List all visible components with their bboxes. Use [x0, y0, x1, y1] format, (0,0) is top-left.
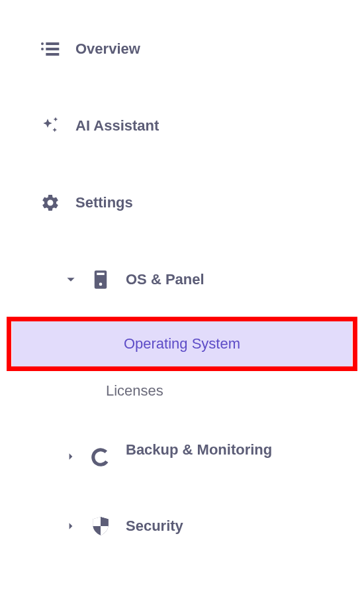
nav-label-operating-system: Operating System: [124, 335, 240, 353]
nav-label-overview: Overview: [75, 40, 140, 58]
chevron-right-icon: [66, 452, 75, 461]
svg-point-1: [41, 48, 44, 50]
nav-item-operating-system-wrapper: Operating System: [7, 321, 357, 367]
nav-item-licenses[interactable]: Licenses: [0, 367, 364, 415]
chevron-right-icon: [66, 521, 75, 531]
nav-item-ai-assistant[interactable]: AI Assistant: [0, 103, 364, 148]
nav-label-backup-monitoring: Backup & Monitoring: [126, 440, 272, 461]
svg-point-7: [99, 283, 103, 286]
shield-icon: [90, 516, 111, 537]
nav-label-settings: Settings: [75, 194, 133, 211]
nav-item-operating-system[interactable]: Operating System: [12, 321, 352, 367]
nav-label-os-panel: OS & Panel: [126, 271, 205, 288]
nav-item-backup-monitoring[interactable]: Backup & Monitoring: [0, 433, 364, 474]
nav-item-security[interactable]: Security: [0, 504, 364, 549]
nav-label-security: Security: [126, 517, 183, 535]
svg-rect-6: [97, 273, 105, 275]
svg-rect-2: [46, 42, 59, 45]
nav-label-licenses: Licenses: [106, 382, 163, 400]
chevron-down-icon: [66, 275, 75, 284]
svg-rect-3: [46, 48, 59, 50]
list-icon: [40, 38, 61, 60]
nav-label-ai-assistant: AI Assistant: [75, 117, 159, 135]
progress-circle-icon: [90, 447, 111, 468]
server-icon: [90, 269, 111, 290]
gear-icon: [40, 192, 61, 213]
nav-item-overview[interactable]: Overview: [0, 27, 364, 72]
svg-point-8: [91, 447, 111, 467]
sparkles-icon: [40, 115, 61, 136]
nav-item-settings[interactable]: Settings: [0, 180, 364, 225]
svg-rect-4: [46, 53, 59, 56]
svg-point-0: [41, 42, 44, 45]
nav-item-os-panel[interactable]: OS & Panel: [0, 257, 364, 302]
